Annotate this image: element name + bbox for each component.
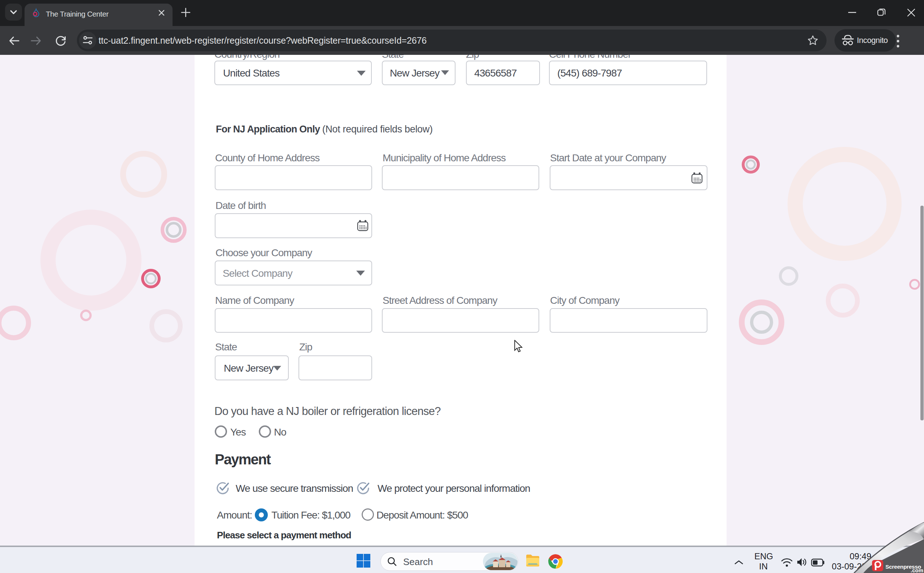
svg-text:.com: .com [911, 567, 923, 573]
